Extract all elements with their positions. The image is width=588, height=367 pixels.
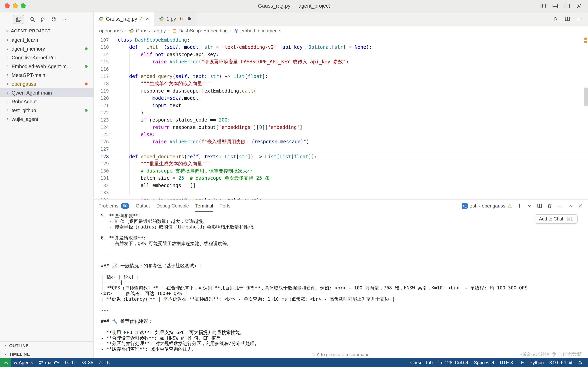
status-cursor-position[interactable]: Ln 128, Col 64 — [435, 358, 471, 367]
code-line-125[interactable]: 125 else: — [94, 131, 588, 138]
tab-1-py[interactable]: 1.py9+ — [154, 12, 196, 25]
section-timeline[interactable]: TIMELINE — [0, 350, 93, 358]
status-problems-warnings[interactable]: ⚠15 — [96, 358, 112, 367]
source-control-icon[interactable] — [40, 17, 46, 22]
tree-item-qwen-agent-main[interactable]: Qwen-Agent-main — [0, 88, 93, 97]
code-line-129[interactable]: 129 """批量生成文本的嵌入向量""" — [94, 160, 588, 167]
breadcrumb-label: opengauss — [99, 28, 123, 33]
code-text: input=text — [118, 102, 181, 109]
terminal-dropdown-icon[interactable] — [527, 203, 532, 209]
panel-actions: ⋯ — [517, 203, 583, 209]
code-line-119[interactable]: 119 response = dashscope.TextEmbedding.c… — [94, 87, 588, 95]
status-cursor-tab[interactable]: Cursor Tab — [407, 358, 435, 367]
editor[interactable]: 107class DashScopeEmbedding:110 def __in… — [94, 36, 588, 200]
code-line-130[interactable]: 130 # dashscope 支持批量调用，但需要控制批次大小 — [94, 167, 588, 175]
bell-icon — [578, 360, 583, 365]
status-agents[interactable]: ∞Agents — [11, 358, 36, 367]
tree-item-opengauss[interactable]: opengauss — [0, 80, 93, 88]
code-line-107[interactable]: 107class DashScopeEmbedding: — [94, 36, 588, 44]
code-line-118[interactable]: 118 """生成单个文本的嵌入向量""" — [94, 80, 588, 87]
extensions-icon[interactable] — [51, 17, 57, 22]
panel-tab-debug-console[interactable]: Debug Console — [156, 200, 189, 212]
new-terminal-icon[interactable] — [517, 203, 522, 209]
explorer-section-header[interactable]: AGENT_PROJECT — [0, 25, 93, 36]
breadcrumb-label: embed_documents — [240, 28, 281, 33]
search-icon[interactable] — [29, 17, 35, 22]
layout-panel-icon[interactable] — [552, 3, 558, 9]
code-line-132[interactable]: 132 all_embeddings = [] — [94, 182, 588, 189]
kill-terminal-icon[interactable] — [547, 203, 552, 209]
line-number: 130 — [94, 167, 109, 175]
code-line-131[interactable]: 131 batch_size = 25 # dashscope 单次最多支持 2… — [94, 175, 588, 182]
breadcrumb-item[interactable]: opengauss — [99, 28, 123, 33]
tree-item-cognitivekernel-pro[interactable]: CognitiveKernel-Pro — [0, 53, 93, 62]
tab-gauss-rag-py[interactable]: Gauss_rag.py7× — [94, 12, 154, 25]
code-line-124[interactable]: 124 return response.output['embeddings']… — [94, 124, 588, 131]
close-tab-icon[interactable]: × — [145, 16, 149, 22]
panel-tab-label: Problems — [98, 203, 118, 209]
breadcrumb-item[interactable]: Gauss_rag.py — [129, 28, 166, 33]
scrollbar-thumb[interactable] — [584, 88, 588, 106]
more-actions-icon[interactable]: ⋯ — [557, 203, 563, 209]
tree-item-test_github[interactable]: test_github — [0, 106, 93, 115]
status-python-interpreter[interactable]: 3.9.6 64-bit — [547, 358, 575, 367]
breadcrumb-item[interactable]: embed_documents — [234, 28, 281, 33]
code-line-123[interactable]: 123 if response.status_code == 200: — [94, 116, 588, 124]
panel-tab-problems[interactable]: Problems50 — [98, 200, 129, 212]
terminal-output[interactable]: 5. **查询参数**: - K 值（返回最近邻的数量）越大，查询越慢。 - 搜… — [94, 212, 588, 351]
folder-name: Qwen-Agent-main — [12, 90, 52, 96]
code-line-127[interactable]: 127 — [94, 146, 588, 153]
tree-item-embodied-web-agent-m-[interactable]: Embodied-Web-Agent-m… — [0, 62, 93, 71]
panel-tab-ports[interactable]: Ports — [219, 200, 230, 212]
panel-tab-output[interactable]: Output — [136, 200, 150, 212]
chevron-right-icon — [3, 352, 7, 356]
code-line-134[interactable]: 134 for i in range(0, len(texts), batch_… — [94, 197, 588, 200]
code-line-128[interactable]: 128 def embed_documents(self, texts: Lis… — [94, 153, 588, 160]
layout-sidebar-right-icon[interactable] — [564, 3, 571, 9]
layout-sidebar-left-icon[interactable] — [540, 3, 546, 9]
tree-item-metagpt-main[interactable]: MetaGPT-main — [0, 71, 93, 80]
more-actions-icon[interactable]: ⋯ — [576, 16, 582, 22]
status-encoding[interactable]: UTF-8 — [497, 358, 516, 367]
add-to-chat-button[interactable]: Add to Chat ⌘L — [535, 214, 578, 224]
split-editor-icon[interactable] — [564, 16, 571, 22]
code-line-126[interactable]: 126 raise ValueError(f"嵌入模型调用失败: {respon… — [94, 138, 588, 145]
tree-item-agent_learn[interactable]: agent_learn — [0, 36, 93, 44]
code-line-117[interactable]: 117 def embed_query(self, text: str) -> … — [94, 73, 588, 80]
status-notifications[interactable] — [575, 358, 586, 367]
code-line-122[interactable]: 122 ) — [94, 109, 588, 116]
code-line-115[interactable]: 115 raise ValueError("请设置环境变量 DASHSCOPE_… — [94, 58, 588, 65]
breadcrumb-item[interactable]: DashScopeEmbedding — [172, 28, 228, 33]
split-terminal-icon[interactable] — [537, 203, 542, 209]
run-icon[interactable] — [553, 16, 559, 22]
line-number: 114 — [94, 51, 109, 58]
status-remote[interactable]: >< — [0, 358, 11, 367]
close-window-button[interactable] — [5, 3, 10, 8]
more-views-icon[interactable] — [62, 17, 68, 22]
status-indentation[interactable]: Spaces: 4 — [471, 358, 497, 367]
tree-item-wujie_agent[interactable]: wujie_agent — [0, 115, 93, 124]
status-eol[interactable]: LF — [516, 358, 527, 367]
code-line-110[interactable]: 110 def __init__(self, model: str = 'tex… — [94, 44, 588, 51]
panel: Problems50OutputDebug ConsoleTerminalPor… — [94, 200, 588, 358]
status-problems-errors[interactable]: 35 — [79, 358, 96, 367]
code-line-133[interactable]: 133 — [94, 189, 588, 196]
tree-item-agent_memory[interactable]: agent_memory — [0, 44, 93, 53]
tree-item-roboagent[interactable]: RoboAgent — [0, 97, 93, 106]
maximize-panel-icon[interactable] — [568, 203, 573, 209]
settings-gear-icon[interactable] — [576, 3, 582, 9]
code-line-116[interactable]: 116 — [94, 66, 588, 73]
status-git-branch[interactable]: main*+ — [36, 358, 62, 367]
status-sync-changes[interactable]: 0↓ 1↑ — [62, 358, 79, 367]
section-outline[interactable]: OUTLINE — [0, 342, 93, 350]
code-line-120[interactable]: 120 model=self.model, — [94, 95, 588, 102]
code-line-114[interactable]: 114 elif not dashscope.api_key: — [94, 51, 588, 58]
panel-tab-terminal[interactable]: Terminal — [195, 200, 213, 212]
zoom-window-button[interactable] — [21, 3, 26, 8]
status-language-mode[interactable]: Python — [527, 358, 547, 367]
code-line-121[interactable]: 121 input=text — [94, 102, 588, 109]
minimize-window-button[interactable] — [13, 3, 17, 8]
explorer-icon[interactable] — [13, 15, 24, 24]
close-panel-icon[interactable] — [578, 203, 583, 209]
terminal-session[interactable]: zsh - opengauss ⚠ — [462, 203, 512, 209]
